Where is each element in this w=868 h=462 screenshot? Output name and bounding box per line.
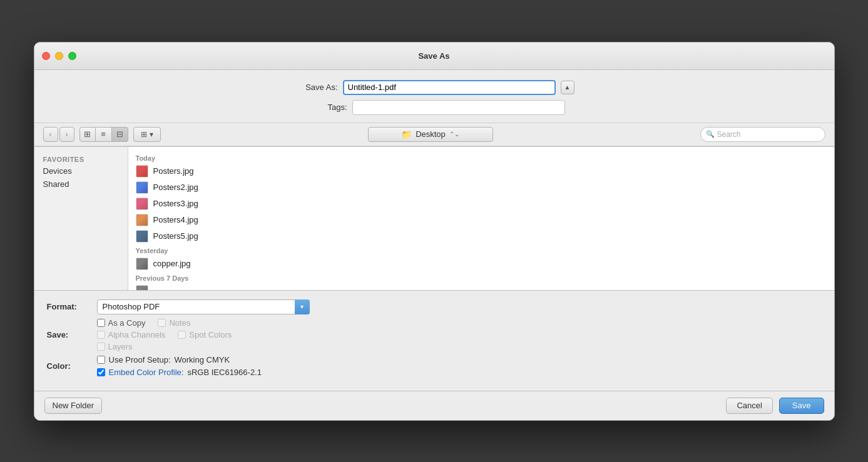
as-copy-checkbox-item[interactable]: As a Copy [97, 318, 146, 328]
spot-colors-checkbox-item: Spot Colors [178, 330, 232, 339]
file-thumbnail [136, 165, 148, 178]
layers-label: Layers [108, 342, 133, 351]
use-proof-row: Use Proof Setup: Working CMYK [97, 355, 262, 364]
use-proof-checkbox[interactable] [97, 356, 105, 364]
view-icon-button[interactable]: ⊞ [79, 127, 96, 142]
arrange-button[interactable]: ⊞ ▾ [133, 127, 161, 142]
list-item[interactable]: Posters.jpg [128, 163, 834, 179]
window-controls [42, 52, 76, 60]
view-buttons: ⊞ ≡ ⊟ [79, 127, 128, 142]
save-checkboxes-row1: As a Copy Notes [97, 318, 232, 328]
prev7days-group-label: Previous 7 Days [128, 272, 834, 283]
notes-checkbox [158, 319, 166, 327]
list-item[interactable]: copper.jpg [128, 256, 834, 272]
format-label: Format: [47, 302, 97, 311]
location-button[interactable]: 📁 Desktop ⌃⌄ [368, 127, 493, 142]
saveas-input[interactable] [343, 80, 556, 95]
titlebar: Save As [34, 43, 834, 70]
embed-profile-row: Embed Color Profile: sRGB IEC61966-2.1 [97, 368, 262, 377]
maximize-button[interactable] [68, 52, 76, 60]
file-name: Posters2.jpg [153, 183, 198, 192]
file-name: Posters4.jpg [153, 215, 198, 224]
save-options-grid: As a Copy Notes Alpha Channels Spot Colo… [97, 318, 232, 351]
toolbar: ‹ › ⊞ ≡ ⊟ ⊞ ▾ 📁 Desktop ⌃⌄ 🔍 Search [34, 123, 834, 146]
dialog-footer: New Folder Cancel Save [34, 391, 834, 420]
list-item[interactable]: Posters4.jpg [128, 212, 834, 228]
list-item[interactable]: Posters5.jpg [128, 228, 834, 244]
alpha-channels-checkbox-item: Alpha Channels [97, 330, 166, 339]
search-icon: 🔍 [706, 130, 715, 138]
spot-colors-checkbox [178, 331, 186, 339]
saveas-row: Save As: ▲ [294, 80, 574, 95]
sidebar-item-shared[interactable]: Shared [34, 178, 128, 191]
saveas-label: Save As: [294, 83, 338, 92]
file-thumbnail [136, 181, 148, 194]
file-name: Posters3.jpg [153, 199, 198, 208]
use-proof-value: Working CMYK [175, 355, 230, 364]
toggle-expand-button[interactable]: ▲ [561, 81, 574, 94]
close-button[interactable] [42, 52, 50, 60]
file-pane: Today Posters.jpg Posters2.jpg Posters3.… [128, 147, 834, 290]
arrange-icon: ⊞ [141, 130, 147, 139]
layers-checkbox [97, 343, 105, 351]
layers-checkbox-item: Layers [97, 342, 133, 351]
location-chevron-icon: ⌃⌄ [449, 131, 459, 138]
as-copy-label: As a Copy [108, 318, 146, 328]
new-folder-button[interactable]: New Folder [44, 398, 102, 414]
embed-profile-value: sRGB IEC61966-2.1 [187, 368, 262, 377]
format-select-wrapper: Photoshop PDF ▾ [97, 299, 310, 314]
as-copy-checkbox[interactable] [97, 319, 105, 327]
form-header: Save As: ▲ Tags: [34, 70, 834, 123]
back-button[interactable]: ‹ [43, 127, 58, 142]
view-columns-button[interactable]: ⊟ [112, 127, 128, 142]
embed-profile-checkbox[interactable] [97, 368, 105, 376]
arrange-chevron: ▾ [150, 130, 153, 139]
use-proof-label: Use Proof Setup: [109, 355, 171, 364]
notes-checkbox-item: Notes [158, 318, 190, 328]
save-button[interactable]: Save [779, 398, 824, 414]
options-pane: Format: Photoshop PDF ▾ Save: As a Copy [34, 290, 834, 391]
save-checkboxes-row3: Layers [97, 342, 232, 351]
list-item[interactable]: Posters3.jpg [128, 196, 834, 212]
forward-button[interactable]: › [59, 127, 74, 142]
minimize-button[interactable] [55, 52, 63, 60]
color-row: Color: Use Proof Setup: Working CMYK Emb… [47, 355, 822, 377]
color-label: Color: [47, 361, 97, 371]
embed-profile-label: Embed Color Profile: [109, 368, 184, 377]
footer-actions: Cancel Save [726, 398, 824, 414]
yesterday-group-label: Yesterday [128, 244, 834, 256]
file-thumbnail [136, 214, 148, 226]
format-select[interactable]: Photoshop PDF [97, 299, 310, 314]
file-name: copper.jpg [153, 259, 191, 268]
tags-label: Tags: [304, 103, 347, 112]
search-placeholder: Search [717, 130, 741, 139]
file-thumbnail [136, 285, 148, 290]
file-thumbnail [136, 198, 148, 210]
cancel-button[interactable]: Cancel [726, 398, 772, 414]
sidebar-item-devices[interactable]: Devices [34, 164, 128, 178]
sidebar: Favorites Devices Shared [34, 147, 128, 290]
notes-label: Notes [169, 318, 190, 328]
save-label: Save: [47, 330, 97, 339]
format-row: Format: Photoshop PDF ▾ [47, 299, 822, 314]
dialog-title: Save As [418, 51, 449, 61]
tags-row: Tags: [304, 100, 565, 115]
main-area: Favorites Devices Shared Today Posters.j… [34, 146, 834, 290]
view-list-button[interactable]: ≡ [96, 127, 112, 142]
list-item[interactable]: Posters2.jpg [128, 179, 834, 196]
tags-input[interactable] [352, 100, 565, 115]
favorites-label: Favorites [34, 153, 128, 164]
file-thumbnail [136, 230, 148, 243]
today-group-label: Today [128, 152, 834, 163]
save-options-row: Save: As a Copy Notes Alpha Channels [47, 318, 822, 351]
file-thumbnail [136, 258, 148, 270]
search-box[interactable]: 🔍 Search [700, 127, 825, 142]
location-selector: 📁 Desktop ⌃⌄ [166, 127, 695, 142]
save-checkboxes-row2: Alpha Channels Spot Colors [97, 330, 232, 339]
alpha-channels-checkbox [97, 331, 105, 339]
file-name: Posters5.jpg [153, 231, 198, 241]
spot-colors-label: Spot Colors [189, 330, 232, 339]
location-label: Desktop [416, 129, 446, 139]
nav-buttons: ‹ › [43, 127, 74, 142]
list-item[interactable] [128, 283, 834, 290]
